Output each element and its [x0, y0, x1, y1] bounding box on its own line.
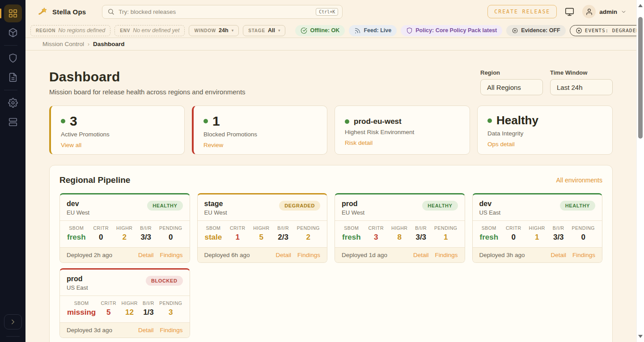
- metric-b-i-r: B/I/R2/3: [277, 225, 289, 242]
- search-bar[interactable]: Ctrl+K: [102, 5, 343, 19]
- feed-status-label: Feed: Live: [364, 27, 391, 34]
- metric-label: PENDING: [297, 225, 320, 231]
- metric-value: 3/3: [553, 233, 564, 242]
- sidebar-item-releases[interactable]: [4, 24, 22, 42]
- vertical-scrollbar[interactable]: [636, 0, 644, 342]
- metric-critr: CRITR0: [93, 225, 109, 242]
- metric-label: CRITR: [101, 300, 117, 306]
- pipeline-card: prod EU West HEALTHY SBOMfreshCRITR3HIGH…: [335, 193, 465, 263]
- findings-link[interactable]: Findings: [297, 252, 320, 258]
- sidebar-item-reports[interactable]: [4, 68, 22, 86]
- offline-status-label: Offline: OK: [310, 27, 339, 34]
- region-select[interactable]: All Regions: [480, 79, 543, 95]
- policy-status-chip[interactable]: Policy: Core Policy Pack latest: [401, 25, 502, 36]
- detail-link[interactable]: Detail: [138, 327, 154, 334]
- stat-value-text: prod-eu-west: [354, 117, 402, 126]
- all-environments-link[interactable]: All environments: [556, 177, 603, 184]
- metric-value: stale: [205, 233, 222, 242]
- findings-link[interactable]: Findings: [160, 327, 182, 334]
- metric-pending: PENDING0: [572, 225, 595, 242]
- metric-label: HIGHR: [121, 300, 137, 306]
- metric-value: 5: [106, 308, 110, 317]
- stage-filter-value: All: [268, 27, 275, 34]
- detail-link[interactable]: Detail: [413, 252, 429, 258]
- stat-card-link[interactable]: Review: [203, 142, 223, 148]
- page-content: Dashboard Mission board for release heal…: [25, 51, 636, 342]
- scroll-down-arrow[interactable]: [638, 335, 643, 338]
- detail-link[interactable]: Detail: [138, 252, 154, 258]
- document-icon: [8, 72, 18, 82]
- region-filter-value: No regions defined: [58, 27, 105, 34]
- time-window-select[interactable]: Last 24h: [550, 79, 613, 95]
- metric-pending: PENDING2: [297, 225, 320, 242]
- stat-card-link[interactable]: View all: [61, 142, 81, 148]
- user-menu[interactable]: admin: [582, 5, 627, 18]
- detail-link[interactable]: Detail: [551, 252, 566, 258]
- user-icon: [585, 8, 593, 16]
- metric-highr: HIGHR12: [121, 300, 137, 317]
- metric-value: 3: [169, 308, 173, 317]
- stat-card: Healthy Data Integrity Ops detail: [477, 106, 613, 155]
- sidebar-item-infrastructure[interactable]: [4, 113, 22, 131]
- stat-value: 1: [203, 114, 317, 128]
- metric-value: 2: [306, 233, 310, 242]
- sidebar-item-policies[interactable]: [4, 49, 22, 67]
- scroll-up-arrow[interactable]: [638, 4, 643, 7]
- metric-critr: CRITR5: [101, 300, 117, 317]
- brand-name: Stella Ops: [52, 8, 86, 16]
- offline-status-chip[interactable]: Offline: OK: [295, 25, 345, 36]
- status-badge: BLOCKED: [146, 276, 183, 286]
- window-filter-dropdown[interactable]: WINDOW 24h ▾: [189, 25, 239, 36]
- metric-b-i-r: B/I/R3/3: [415, 225, 427, 242]
- metrics-row: SBOMstaleCRITR1HIGHR5B/I/R2/3PENDING2: [198, 220, 327, 248]
- metric-sbom: SBOMfresh: [480, 225, 499, 242]
- sidebar-item-settings[interactable]: [4, 94, 22, 112]
- chevron-right-icon: [9, 318, 17, 326]
- stat-card-link[interactable]: Risk detail: [345, 139, 373, 146]
- search-input[interactable]: [119, 8, 312, 15]
- header-actions: CREATE RELEASE admin: [487, 5, 627, 18]
- detail-link[interactable]: Detail: [275, 252, 291, 258]
- findings-link[interactable]: Findings: [572, 252, 595, 258]
- sidebar-expand-button[interactable]: [4, 314, 22, 329]
- evidence-status-chip[interactable]: Evidence: OFF: [506, 25, 566, 36]
- environment-name: stage: [204, 200, 227, 208]
- metric-label: CRITR: [93, 225, 109, 231]
- scrollbar-thumb[interactable]: [638, 17, 643, 139]
- feed-status-chip[interactable]: Feed: Live: [349, 25, 397, 36]
- create-release-button[interactable]: CREATE RELEASE: [487, 5, 557, 18]
- metric-value: fresh: [342, 233, 361, 242]
- policy-status-label: Policy: Core Policy Pack latest: [415, 27, 497, 34]
- metric-value: fresh: [480, 233, 499, 242]
- environment-name: prod: [67, 275, 88, 283]
- time-window-select-label: Time Window: [550, 69, 613, 76]
- env-filter-pill[interactable]: ENV No env defined yet: [114, 25, 185, 36]
- metric-value: 0: [581, 233, 585, 242]
- events-status-pill[interactable]: EVENTS: DEGRADED: [570, 25, 644, 36]
- metrics-row: SBOMfreshCRITR0HIGHR1B/I/R3/3PENDING0: [473, 220, 602, 248]
- stat-card-link[interactable]: Ops detail: [487, 141, 515, 148]
- metric-sbom: SBOMmissing: [67, 300, 96, 317]
- metric-label: B/I/R: [553, 225, 564, 231]
- monitor-button[interactable]: [565, 7, 574, 17]
- stage-filter-label: STAGE: [248, 28, 265, 33]
- stat-value: prod-eu-west: [345, 114, 460, 126]
- region-filter-pill[interactable]: REGION No regions defined: [30, 25, 110, 36]
- window-filter-label: WINDOW: [194, 28, 216, 33]
- stat-value-text: Healthy: [496, 114, 538, 127]
- breadcrumb-separator: ›: [88, 41, 89, 47]
- findings-link[interactable]: Findings: [160, 252, 182, 258]
- findings-link[interactable]: Findings: [435, 252, 458, 258]
- metric-label: CRITR: [506, 225, 521, 231]
- sidebar-item-dashboard[interactable]: [4, 4, 22, 22]
- metric-value: 1/3: [143, 308, 154, 317]
- metric-value: 3/3: [140, 233, 151, 242]
- stat-value: 3: [61, 114, 174, 128]
- deployed-ago-text: Deployed 3d ago: [67, 327, 112, 334]
- health-dot-icon: [61, 119, 65, 123]
- breadcrumb-parent[interactable]: Mission Control: [42, 41, 84, 47]
- metric-label: B/I/R: [140, 225, 152, 231]
- stage-filter-dropdown[interactable]: STAGE All ▾: [243, 25, 285, 36]
- metric-label: HIGHR: [116, 225, 132, 231]
- top-header: Stella Ops Ctrl+K CREATE RELEASE admin: [25, 0, 636, 23]
